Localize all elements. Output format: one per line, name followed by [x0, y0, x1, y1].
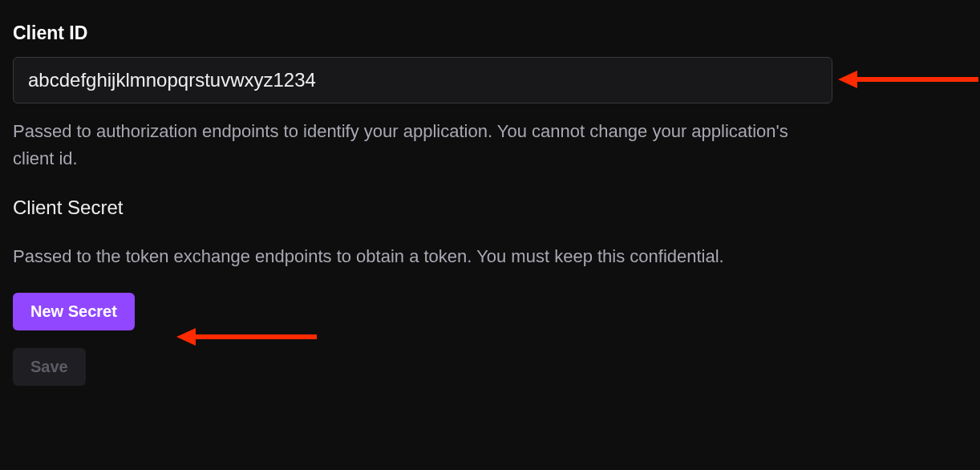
client-id-help: Passed to authorization endpoints to ide…	[13, 118, 815, 172]
client-id-input[interactable]	[13, 57, 832, 103]
new-secret-button[interactable]: New Secret	[13, 293, 135, 330]
client-secret-help: Passed to the token exchange endpoints t…	[13, 243, 815, 270]
client-secret-heading: Client Secret	[13, 197, 832, 219]
save-button: Save	[13, 348, 86, 386]
client-id-label: Client ID	[13, 22, 832, 44]
annotation-arrow-icon	[838, 67, 978, 91]
svg-marker-1	[838, 71, 857, 88]
